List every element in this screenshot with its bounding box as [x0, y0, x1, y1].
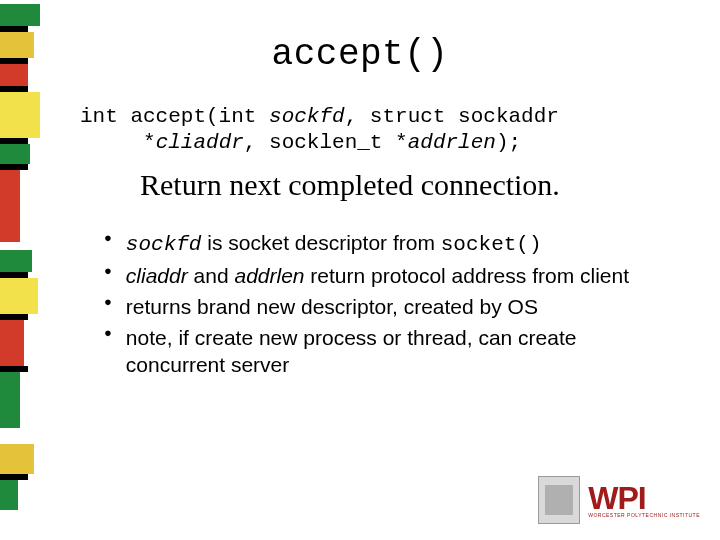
bullet-dot-icon: ●: [104, 230, 112, 246]
bullet-item: ●note, if create new process or thread, …: [104, 325, 660, 379]
text-run: and: [188, 264, 235, 287]
text-run: return protocol address from client: [305, 264, 629, 287]
bullet-text: returns brand new descriptor, created by…: [126, 294, 538, 321]
bullet-item: ●returns brand new descriptor, created b…: [104, 294, 660, 321]
decorative-stripe: [0, 372, 20, 428]
decorative-stripe: [0, 92, 40, 138]
text-run: returns brand new descriptor, created by…: [126, 295, 538, 318]
decorative-stripe: [0, 170, 20, 242]
code-text: );: [496, 131, 521, 154]
decorative-stripe: [0, 250, 32, 272]
bullet-text: sockfd is socket descriptor from socket(…: [126, 230, 542, 259]
text-run: addrlen: [234, 264, 304, 287]
text-run: is socket descriptor from: [201, 231, 440, 254]
bullet-list: ●sockfd is socket descriptor from socket…: [104, 230, 660, 382]
bullet-dot-icon: ●: [104, 263, 112, 279]
bullet-text: cliaddr and addrlen return protocol addr…: [126, 263, 629, 290]
code-text: *: [80, 131, 156, 154]
footer-logo: WPI WORCESTER POLYTECHNIC INSTITUTE: [538, 476, 700, 524]
text-run: note, if create new process or thread, c…: [126, 326, 577, 376]
code-text: , socklen_t *: [244, 131, 408, 154]
code-signature: int accept(int sockfd, struct sockaddr *…: [80, 104, 680, 157]
text-run: socket(): [441, 233, 542, 256]
slide: accept() int accept(int sockfd, struct s…: [0, 0, 720, 540]
code-param-addrlen: addrlen: [408, 131, 496, 154]
decorative-stripe: [0, 4, 40, 26]
code-text: int accept(int: [80, 105, 269, 128]
decorative-stripe: [0, 480, 18, 510]
text-run: sockfd: [126, 233, 202, 256]
decorative-stripe: [0, 278, 38, 314]
slide-title: accept(): [0, 34, 720, 75]
bullet-item: ●sockfd is socket descriptor from socket…: [104, 230, 660, 259]
code-param-sockfd: sockfd: [269, 105, 345, 128]
code-text: , struct sockaddr: [345, 105, 559, 128]
bullet-dot-icon: ●: [104, 325, 112, 341]
decorative-stripe: [0, 320, 24, 366]
slide-subheading: Return next completed connection.: [140, 168, 560, 202]
wpi-wordmark: WPI WORCESTER POLYTECHNIC INSTITUTE: [588, 482, 700, 518]
bullet-item: ●cliaddr and addrlen return protocol add…: [104, 263, 660, 290]
text-run: cliaddr: [126, 264, 188, 287]
code-param-cliaddr: cliaddr: [156, 131, 244, 154]
bullet-dot-icon: ●: [104, 294, 112, 310]
bullet-text: note, if create new process or thread, c…: [126, 325, 660, 379]
wpi-subtext: WORCESTER POLYTECHNIC INSTITUTE: [588, 512, 700, 518]
wpi-text: WPI: [588, 482, 700, 514]
decorative-stripe: [0, 144, 30, 164]
wpi-seal-icon: [538, 476, 580, 524]
decorative-stripe: [0, 444, 34, 474]
